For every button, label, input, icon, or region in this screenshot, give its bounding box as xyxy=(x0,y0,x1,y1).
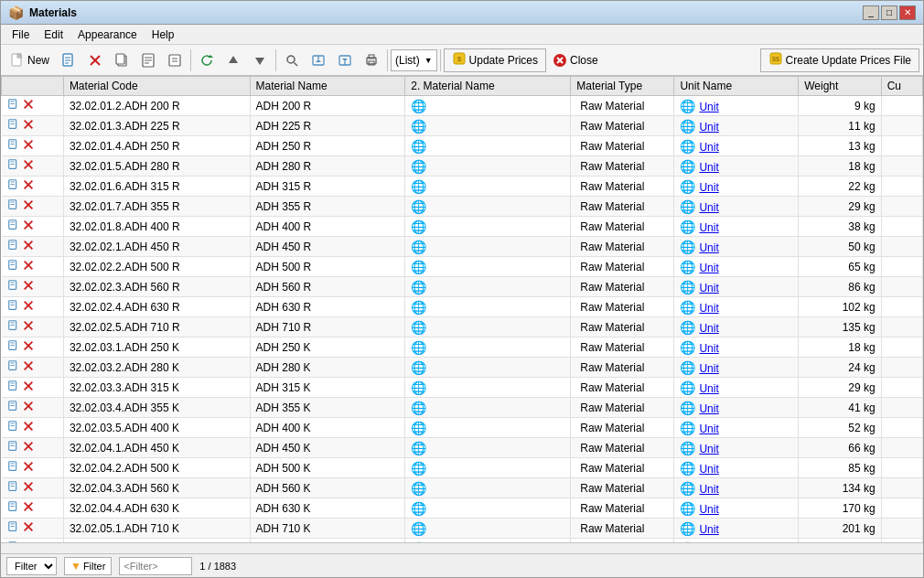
row-edit-icon[interactable] xyxy=(7,178,20,194)
row-edit-icon[interactable] xyxy=(7,198,20,214)
row-edit-icon[interactable] xyxy=(7,420,20,435)
row-delete-icon[interactable] xyxy=(22,380,35,395)
row-delete-icon[interactable] xyxy=(22,219,35,234)
close-button[interactable]: Close xyxy=(547,48,604,73)
doc-button[interactable] xyxy=(135,48,161,73)
row-delete-icon[interactable] xyxy=(22,158,35,174)
row-delete-icon[interactable] xyxy=(22,198,35,214)
row-edit-icon[interactable] xyxy=(7,219,20,234)
filter-type-dropdown[interactable]: Filter xyxy=(6,557,57,575)
delete-button[interactable] xyxy=(82,48,108,73)
row-edit-icon[interactable] xyxy=(7,359,20,375)
table-row[interactable]: 32.02.01.2.ADH 200 RADH 200 R🌐Raw Materi… xyxy=(2,96,923,116)
arrow-up-button[interactable] xyxy=(220,48,246,73)
row-edit-icon[interactable] xyxy=(7,138,20,154)
table-row[interactable]: 32.02.02.1.ADH 450 RADH 450 R🌐Raw Materi… xyxy=(2,237,923,257)
row-delete-icon[interactable] xyxy=(22,460,35,476)
view-dropdown[interactable]: (List) ▼ xyxy=(391,49,437,71)
doc2-button[interactable] xyxy=(162,48,188,73)
row-delete-icon[interactable] xyxy=(22,239,35,254)
filter-button[interactable]: ▼ Filter xyxy=(64,557,112,575)
unit-link[interactable]: Unit xyxy=(699,483,718,496)
row-delete-icon[interactable] xyxy=(22,520,35,536)
row-edit-icon[interactable] xyxy=(7,239,20,254)
update-prices-button[interactable]: $ Update Prices xyxy=(444,48,546,72)
menu-file[interactable]: File xyxy=(5,27,37,42)
close-window-button[interactable]: ✕ xyxy=(899,5,916,20)
unit-link[interactable]: Unit xyxy=(699,201,718,214)
unit-link[interactable]: Unit xyxy=(699,221,718,234)
row-edit-icon[interactable] xyxy=(7,158,20,174)
import-button[interactable] xyxy=(306,48,331,73)
unit-link[interactable]: Unit xyxy=(699,523,718,536)
row-delete-icon[interactable] xyxy=(22,279,35,294)
row-delete-icon[interactable] xyxy=(22,339,35,355)
row-delete-icon[interactable] xyxy=(22,400,35,415)
table-row[interactable]: 32.02.03.2.ADH 280 KADH 280 K🌐Raw Materi… xyxy=(2,358,923,378)
row-edit-icon[interactable] xyxy=(7,339,20,355)
row-edit-icon[interactable] xyxy=(7,319,20,335)
table-row[interactable]: 32.02.02.5.ADH 710 RADH 710 R🌐Raw Materi… xyxy=(2,317,923,337)
table-row[interactable]: 32.02.01.7.ADH 355 RADH 355 R🌐Raw Materi… xyxy=(2,197,923,217)
unit-link[interactable]: Unit xyxy=(699,443,718,455)
row-edit-icon[interactable] xyxy=(7,259,20,274)
edit-button[interactable] xyxy=(56,48,81,73)
row-edit-icon[interactable] xyxy=(7,460,20,476)
maximize-button[interactable]: □ xyxy=(881,5,897,20)
table-row[interactable]: 32.02.01.5.ADH 280 RADH 280 R🌐Raw Materi… xyxy=(2,156,923,177)
unit-link[interactable]: Unit xyxy=(699,121,718,134)
table-row[interactable]: 32.02.03.3.ADH 315 KADH 315 K🌐Raw Materi… xyxy=(2,378,923,398)
row-edit-icon[interactable] xyxy=(7,118,20,134)
copy-button[interactable] xyxy=(109,48,134,73)
col-header-code[interactable]: Material Code xyxy=(63,77,250,96)
table-row[interactable]: 32.02.04.4.ADH 630 KADH 630 K🌐Raw Materi… xyxy=(2,498,923,519)
unit-link[interactable]: Unit xyxy=(699,322,718,335)
unit-link[interactable]: Unit xyxy=(699,262,718,274)
row-delete-icon[interactable] xyxy=(22,118,35,134)
unit-link[interactable]: Unit xyxy=(699,282,718,294)
unit-link[interactable]: Unit xyxy=(699,503,718,516)
row-edit-icon[interactable] xyxy=(7,440,20,455)
table-row[interactable]: 32.02.02.4.ADH 630 RADH 630 R🌐Raw Materi… xyxy=(2,297,923,317)
table-row[interactable]: 32.02.04.2.ADH 500 KADH 500 K🌐Raw Materi… xyxy=(2,458,923,478)
row-edit-icon[interactable] xyxy=(7,500,20,516)
table-row[interactable]: 32.02.03.5.ADH 400 KADH 400 K🌐Raw Materi… xyxy=(2,418,923,438)
print-button[interactable] xyxy=(359,48,384,73)
new-button[interactable]: New xyxy=(5,48,55,73)
row-delete-icon[interactable] xyxy=(22,440,35,455)
export-button[interactable] xyxy=(332,48,358,73)
row-delete-icon[interactable] xyxy=(22,359,35,375)
row-edit-icon[interactable] xyxy=(7,299,20,315)
row-delete-icon[interactable] xyxy=(22,259,35,274)
row-delete-icon[interactable] xyxy=(22,480,35,496)
unit-link[interactable]: Unit xyxy=(699,241,718,254)
unit-link[interactable]: Unit xyxy=(699,463,718,476)
row-edit-icon[interactable] xyxy=(7,380,20,395)
search-button[interactable] xyxy=(279,48,305,73)
table-row[interactable]: 32.02.03.4.ADH 355 KADH 355 K🌐Raw Materi… xyxy=(2,398,923,418)
col-header-name2[interactable]: 2. Material Name xyxy=(405,77,571,96)
row-delete-icon[interactable] xyxy=(22,178,35,194)
row-edit-icon[interactable] xyxy=(7,520,20,536)
filter-input[interactable] xyxy=(119,557,192,575)
table-row[interactable]: 32.02.01.3.ADH 225 RADH 225 R🌐Raw Materi… xyxy=(2,116,923,136)
table-container[interactable]: Material Code Material Name 2. Material … xyxy=(1,76,923,542)
col-header-cu[interactable]: Cu xyxy=(881,77,922,96)
table-row[interactable]: 32.02.04.3.ADH 560 KADH 560 K🌐Raw Materi… xyxy=(2,478,923,498)
unit-link[interactable]: Unit xyxy=(699,423,718,435)
unit-link[interactable]: Unit xyxy=(699,101,718,113)
col-header-weight[interactable]: Weight xyxy=(799,77,882,96)
minimize-button[interactable]: _ xyxy=(863,5,879,20)
row-delete-icon[interactable] xyxy=(22,420,35,435)
horizontal-scrollbar[interactable] xyxy=(1,542,923,553)
unit-link[interactable]: Unit xyxy=(699,342,718,355)
unit-link[interactable]: Unit xyxy=(699,181,718,194)
row-edit-icon[interactable] xyxy=(7,98,20,113)
table-row[interactable]: 32.02.01.8.ADH 400 RADH 400 R🌐Raw Materi… xyxy=(2,217,923,237)
row-edit-icon[interactable] xyxy=(7,279,20,294)
menu-help[interactable]: Help xyxy=(145,27,182,42)
col-header-name[interactable]: Material Name xyxy=(250,77,405,96)
unit-link[interactable]: Unit xyxy=(699,382,718,395)
row-edit-icon[interactable] xyxy=(7,400,20,415)
unit-link[interactable]: Unit xyxy=(699,302,718,315)
